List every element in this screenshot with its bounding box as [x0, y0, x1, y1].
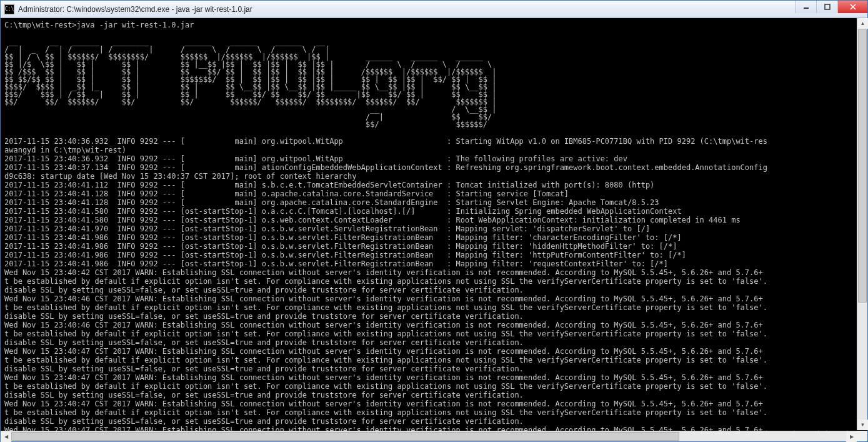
scroll-up-button[interactable]: ▲	[857, 18, 868, 29]
scroll-down-button[interactable]: ▼	[857, 419, 868, 430]
log-line: disable SSL by setting useSSL=false, or …	[4, 312, 864, 321]
cmd-window: C:\ Administrator: C:\windows\system32\c…	[0, 0, 868, 442]
log-line: 2017-11-15 23:40:41.580 INFO 9292 --- [o…	[4, 207, 864, 216]
minimize-button[interactable]	[795, 1, 816, 13]
log-line: Wed Nov 15 23:40:42 CST 2017 WARN: Estab…	[4, 268, 864, 277]
log-line: 2017-11-15 23:40:41.112 INFO 9292 --- [ …	[4, 181, 864, 189]
vertical-scroll-track[interactable]	[857, 29, 867, 419]
log-line: 2017-11-15 23:40:37.134 INFO 9292 --- [ …	[4, 163, 864, 172]
scroll-corner	[857, 431, 867, 441]
horizontal-scroll-track[interactable]	[11, 431, 846, 441]
log-line: 2017-11-15 23:40:41.128 INFO 9292 --- [ …	[4, 198, 864, 207]
horizontal-scroll-thumb[interactable]	[11, 432, 679, 441]
console-output[interactable]: C:\tmp\wit-rest>java -jar wit-rest-1.0.j…	[1, 18, 867, 441]
log-line: 2017-11-15 23:40:41.986 INFO 9292 --- [o…	[4, 259, 864, 268]
svg-rect-1	[825, 4, 830, 9]
log-line: disable SSL by setting useSSL=false, or …	[4, 338, 864, 347]
vertical-scroll-thumb[interactable]	[858, 29, 867, 303]
close-button[interactable]	[837, 1, 867, 13]
log-line: 2017-11-15 23:40:41.986 INFO 9292 --- [o…	[4, 233, 864, 242]
blank-line	[4, 128, 864, 137]
log-output: 2017-11-15 23:40:36.932 INFO 9292 --- [ …	[4, 137, 864, 441]
log-line: Wed Nov 15 23:40:47 CST 2017 WARN: Estab…	[4, 373, 864, 382]
blank-line	[4, 29, 864, 38]
log-line: d9c638: startup date [Wed Nov 15 23:40:3…	[4, 172, 864, 181]
log-line: awangyd in C:\tmp\wit-rest)	[4, 146, 864, 154]
log-line: disable SSL by setting useSSL=false, or …	[4, 391, 864, 399]
log-line: 2017-11-15 23:40:41.970 INFO 9292 --- [o…	[4, 224, 864, 233]
scroll-left-button[interactable]: ◀	[1, 431, 11, 442]
ascii-banner: __ __ ______ ________ ______ ______ ____…	[4, 38, 864, 128]
log-line: 2017-11-15 23:40:41.580 INFO 9292 --- [o…	[4, 216, 864, 224]
titlebar[interactable]: C:\ Administrator: C:\windows\system32\c…	[1, 1, 867, 18]
horizontal-scrollbar[interactable]: ◀ ▶	[1, 431, 857, 441]
log-line: t be established by default if explicit …	[4, 329, 864, 338]
log-line: disable SSL by setting useSSL=false, or …	[4, 417, 864, 426]
log-line: 2017-11-15 23:40:41.128 INFO 9292 --- [ …	[4, 189, 864, 198]
log-line: t be established by default if explicit …	[4, 356, 864, 364]
log-line: Wed Nov 15 23:40:46 CST 2017 WARN: Estab…	[4, 321, 864, 329]
log-line: t be established by default if explicit …	[4, 408, 864, 417]
log-line: disable SSL by setting useSSL=false, or …	[4, 286, 864, 294]
log-line: t be established by default if explicit …	[4, 303, 864, 312]
window-title: Administrator: C:\windows\system32\cmd.e…	[18, 5, 795, 14]
log-line: t be established by default if explicit …	[4, 277, 864, 286]
log-line: disable SSL by setting useSSL=false, or …	[4, 364, 864, 373]
log-line: Wed Nov 15 23:40:47 CST 2017 WARN: Estab…	[4, 399, 864, 408]
log-line: 2017-11-15 23:40:41.986 INFO 9292 --- [o…	[4, 251, 864, 259]
scroll-right-button[interactable]: ▶	[846, 431, 857, 442]
log-line: t be established by default if explicit …	[4, 382, 864, 391]
command-prompt-line: C:\tmp\wit-rest>java -jar wit-rest-1.0.j…	[4, 21, 864, 29]
log-line: Wed Nov 15 23:40:47 CST 2017 WARN: Estab…	[4, 347, 864, 356]
vertical-scrollbar[interactable]: ▲ ▼	[857, 18, 867, 430]
cmd-icon[interactable]: C:\	[4, 4, 14, 14]
log-line: 2017-11-15 23:40:36.932 INFO 9292 --- [ …	[4, 137, 864, 146]
maximize-button[interactable]	[816, 1, 837, 13]
log-line: 2017-11-15 23:40:36.932 INFO 9292 --- [ …	[4, 154, 864, 163]
log-line: 2017-11-15 23:40:41.986 INFO 9292 --- [o…	[4, 242, 864, 251]
log-line: Wed Nov 15 23:40:46 CST 2017 WARN: Estab…	[4, 294, 864, 303]
